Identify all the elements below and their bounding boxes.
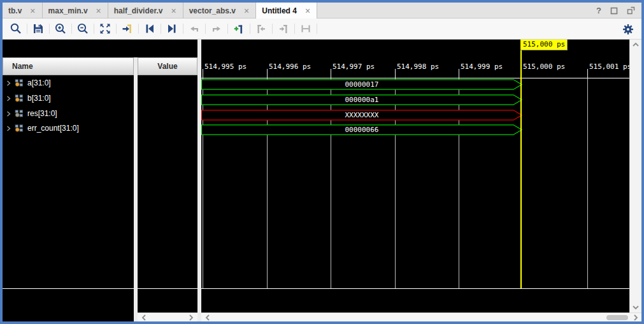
window-controls: ? — [596, 3, 635, 18]
svg-text:000000a1: 000000a1 — [345, 96, 379, 104]
scroll-down-icon[interactable] — [633, 305, 639, 310]
signal-name-label: a[31:0] — [27, 78, 51, 87]
vertical-scrollbar[interactable] — [629, 40, 641, 313]
signal-row-b[interactable]: b[31:0] — [3, 91, 134, 106]
tab-max-min-v[interactable]: max_min.v× — [43, 3, 108, 18]
toolbar-zoom-fit-button[interactable] — [94, 20, 115, 37]
toolbar-swap-markers-button[interactable] — [295, 20, 316, 37]
help-icon[interactable]: ? — [596, 6, 601, 15]
save-wave-config-icon — [32, 22, 45, 35]
bus-icon — [15, 79, 24, 87]
expand-chevron-icon[interactable] — [6, 111, 11, 117]
expand-chevron-icon[interactable] — [6, 126, 11, 131]
wave-bus-res[interactable]: XXXXXXXX — [201, 110, 522, 121]
document-tabbar: tb.v×max_min.v×half_divider.v×vector_abs… — [3, 3, 641, 18]
toolbar-move-cursor-button[interactable] — [206, 20, 227, 37]
swap-markers-icon — [299, 22, 312, 35]
previous-transition-icon — [143, 22, 156, 35]
tab-half-divider-v[interactable]: half_divider.v× — [108, 3, 183, 18]
scroll-up-icon[interactable] — [633, 42, 639, 47]
value-scroll-right-icon[interactable] — [189, 314, 194, 321]
expand-chevron-icon[interactable] — [6, 80, 11, 86]
tab-label: max_min.v — [48, 6, 88, 15]
tab-close-icon[interactable]: × — [30, 6, 35, 15]
bus-icon — [15, 94, 24, 102]
tab-vector-abs-v[interactable]: vector_abs.v× — [183, 3, 257, 18]
tab-untitled-4[interactable]: Untitled 4× — [256, 3, 317, 18]
ruler-baseline — [201, 78, 629, 78]
toolbar-icons — [5, 18, 317, 39]
tick-mark — [267, 69, 268, 78]
next-transition-icon — [166, 22, 178, 35]
value-panel-separator — [138, 288, 197, 289]
toolbar-swap-cursor-button[interactable] — [183, 20, 204, 37]
tab-close-icon[interactable]: × — [171, 6, 176, 15]
toolbar-separator — [317, 24, 317, 34]
tick-mark — [459, 69, 459, 78]
tick-label: 514,996 ps — [269, 63, 311, 71]
signal-name-label: b[31:0] — [27, 94, 51, 103]
tick-mark — [587, 69, 588, 78]
name-column-header[interactable]: Name — [3, 57, 134, 75]
wave-bus-b[interactable]: 000000a1 — [201, 94, 522, 105]
tab-label: tb.v — [8, 6, 22, 15]
move-cursor-icon — [210, 22, 223, 35]
toolbar-save-wave-config-button[interactable] — [27, 20, 48, 37]
tick-mark — [203, 69, 203, 78]
wave-scroll-right[interactable] — [629, 313, 641, 321]
toolbar-add-marker-button[interactable] — [228, 20, 249, 37]
wave-scroll-thumb[interactable] — [606, 315, 628, 320]
signal-value-panel: 00000017000000a1XXXXXXXX00000067 — [138, 40, 197, 321]
add-marker-icon — [233, 22, 245, 35]
zoom-in-icon — [54, 22, 67, 35]
tab-close-icon[interactable]: × — [96, 6, 101, 15]
wave-scroll-left-icon[interactable] — [205, 314, 210, 321]
wave-bus-err_count[interactable]: 00000066 — [201, 124, 522, 135]
toolbar-zoom-out-button[interactable] — [72, 20, 93, 37]
wave-scroll-right-icon[interactable] — [633, 314, 638, 321]
signal-row-res[interactable]: res[31:0] — [3, 106, 134, 121]
bus-icon — [15, 124, 24, 132]
tick-label: 515,000 ps — [523, 63, 565, 71]
toolbar-previous-transition-button[interactable] — [139, 20, 160, 37]
toolbar-previous-marker-button[interactable] — [250, 20, 271, 37]
tab-close-icon[interactable]: × — [305, 6, 310, 15]
swap-cursor-icon — [188, 22, 201, 35]
next-marker-icon — [277, 22, 290, 35]
wave-bus-a[interactable]: 00000017 — [201, 79, 522, 90]
tab-tb-v[interactable]: tb.v× — [3, 3, 43, 18]
go-to-cursor-icon — [121, 22, 134, 35]
settings-gear-button[interactable] — [620, 21, 636, 38]
toolbar-find-button[interactable] — [5, 20, 26, 37]
wave-horizontal-scrollbar[interactable] — [201, 313, 629, 321]
tick-label: 514,998 ps — [397, 63, 439, 71]
signal-row-err_count[interactable]: err_count[31:0] — [3, 121, 134, 136]
value-column-header[interactable]: Value — [138, 57, 197, 75]
tick-mark — [395, 69, 396, 78]
signal-name-panel: a[31:0]b[31:0]res[31:0]err_count[31:0] — [3, 40, 134, 321]
previous-marker-icon — [255, 22, 268, 35]
time-cursor-line[interactable] — [520, 50, 522, 288]
name-value-splitter[interactable] — [134, 57, 138, 321]
value-horizontal-scrollbar[interactable] — [138, 313, 197, 321]
tick-label: 514,997 ps — [333, 63, 375, 71]
float-icon[interactable] — [627, 6, 635, 15]
maximize-icon[interactable] — [610, 7, 618, 15]
tab-label: Untitled 4 — [262, 6, 297, 15]
name-panel-separator — [3, 288, 134, 289]
wave-toolbar — [3, 18, 641, 40]
tab-strip: tb.v×max_min.v×half_divider.v×vector_abs… — [3, 3, 317, 18]
toolbar-next-marker-button[interactable] — [273, 20, 294, 37]
signal-row-a[interactable]: a[31:0] — [3, 75, 134, 91]
toolbar-next-transition-button[interactable] — [161, 20, 182, 37]
tab-label: vector_abs.v — [189, 6, 236, 15]
zoom-fit-icon — [99, 22, 111, 35]
expand-chevron-icon[interactable] — [6, 96, 11, 101]
tab-close-icon[interactable]: × — [244, 6, 249, 15]
waveform-canvas[interactable]: 515,000 ps 514,995 ps514,996 ps514,997 p… — [201, 40, 629, 313]
svg-text:XXXXXXXX: XXXXXXXX — [345, 111, 379, 119]
value-scroll-left-icon[interactable] — [141, 314, 147, 321]
toolbar-zoom-in-button[interactable] — [50, 20, 71, 37]
gear-icon — [622, 23, 634, 36]
toolbar-go-to-cursor-button[interactable] — [117, 20, 138, 37]
